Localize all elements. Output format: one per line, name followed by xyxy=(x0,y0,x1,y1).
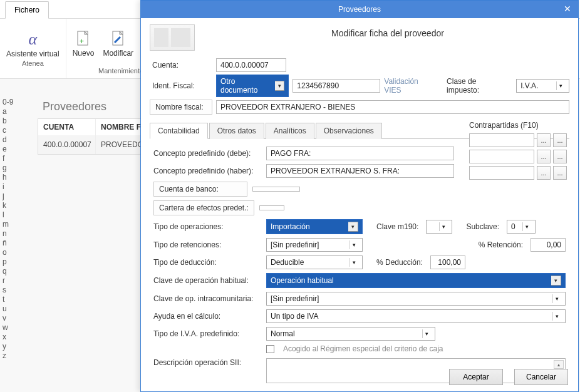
effects-field[interactable] xyxy=(259,205,284,210)
alpha-item[interactable]: 0-9 xyxy=(3,98,18,107)
counterpart-field[interactable] xyxy=(469,150,534,163)
alpha-item[interactable]: f xyxy=(3,154,18,163)
alpha-item[interactable]: g xyxy=(3,163,18,173)
bank-account-field[interactable] xyxy=(252,187,300,192)
op-key-value: Operación habitual xyxy=(271,276,334,285)
svg-text:+: + xyxy=(80,37,84,46)
wizard-label: Asistente virtual xyxy=(6,49,60,58)
alpha-item[interactable]: x xyxy=(3,333,18,342)
browse-button[interactable]: ... xyxy=(553,133,567,147)
bank-account-label: Cuenta de banco: xyxy=(153,182,247,197)
iva-type-label: Tipo de I.V.A. predefinido: xyxy=(153,329,261,338)
chevron-down-icon: ▾ xyxy=(275,81,284,91)
tab-observations[interactable]: Observaciones xyxy=(316,123,382,139)
accept-button[interactable]: Aceptar xyxy=(449,369,503,385)
op-type-label: Tipo de operaciones: xyxy=(153,222,261,231)
intra-key-label: Clave de op. intracomunitaria: xyxy=(153,294,261,303)
new-button[interactable]: + Nuevo xyxy=(73,30,95,58)
alpha-item[interactable]: v xyxy=(3,314,18,323)
alpha-item[interactable]: q xyxy=(3,267,18,276)
chevron-down-icon: ▾ xyxy=(350,240,358,249)
iva-type-value: Normal xyxy=(271,329,295,338)
cash-regime-checkbox[interactable] xyxy=(266,345,274,353)
cancel-button[interactable]: Cancelar xyxy=(514,369,568,385)
browse-button[interactable]: ... xyxy=(553,166,567,180)
ret-pct-label: % Retención: xyxy=(476,238,526,252)
ret-type-select[interactable]: [Sin predefinir]▾ xyxy=(266,238,363,252)
alpha-item[interactable]: w xyxy=(3,323,18,333)
alpha-item[interactable]: e xyxy=(3,145,18,154)
supplier-dialog: Proveedores ✕ Modificar ficha del provee… xyxy=(140,0,579,392)
alpha-item[interactable]: s xyxy=(3,286,18,295)
alpha-item[interactable]: b xyxy=(3,116,18,126)
account-field[interactable]: 400.0.0.00007 xyxy=(216,58,286,72)
tab-other[interactable]: Otros datos xyxy=(209,123,264,139)
concept-credit-field[interactable]: PROVEEDOR EXTRANJERO S. FRA: xyxy=(266,164,454,178)
fiscal-id-type-select[interactable]: Otro documento ▾ xyxy=(216,75,289,97)
alpha-item[interactable]: r xyxy=(3,276,18,286)
alpha-icon: α xyxy=(24,31,41,48)
alpha-item[interactable]: c xyxy=(3,126,18,135)
subkey-select[interactable]: 0▾ xyxy=(507,220,536,234)
tab-accounting[interactable]: Contabilidad xyxy=(150,123,208,139)
browse-button[interactable]: ... xyxy=(537,166,551,180)
concept-debit-field[interactable]: PAGO FRA: xyxy=(266,147,454,160)
chevron-down-icon: ▾ xyxy=(348,222,358,232)
alpha-item[interactable]: y xyxy=(3,342,18,351)
m190-select[interactable]: ▾ xyxy=(426,220,452,234)
intra-key-select[interactable]: [Sin predefinir]▾ xyxy=(266,292,566,306)
alpha-item[interactable]: t xyxy=(3,295,18,304)
alpha-item[interactable]: n xyxy=(3,229,18,239)
subkey-value: 0 xyxy=(511,222,515,231)
alpha-item[interactable]: z xyxy=(3,351,18,361)
chevron-down-icon: ▾ xyxy=(439,222,448,231)
calc-help-select[interactable]: Un tipo de IVA▾ xyxy=(266,309,566,323)
alpha-item[interactable]: l xyxy=(3,210,18,220)
alpha-item[interactable]: h xyxy=(3,173,18,182)
tab-file[interactable]: Fichero xyxy=(5,1,49,19)
browse-button[interactable]: ... xyxy=(553,150,567,163)
tax-class-select[interactable]: I.V.A. ▾ xyxy=(516,79,569,93)
sii-label: Descripción operación SII: xyxy=(153,358,261,367)
op-key-select[interactable]: Operación habitual▾ xyxy=(266,273,566,288)
alpha-item[interactable]: ñ xyxy=(3,239,18,248)
tax-class-label: Clase de impuesto: xyxy=(444,75,512,97)
alpha-item[interactable]: a xyxy=(3,107,18,116)
ded-pct-field[interactable]: 100,00 xyxy=(430,255,465,269)
fiscal-name-field[interactable]: PROVEEDOR EXTRANJERO - BIENES xyxy=(216,100,569,114)
counterpart-field[interactable] xyxy=(469,133,534,147)
iva-type-select[interactable]: Normal▾ xyxy=(266,327,435,341)
alpha-item[interactable]: i xyxy=(3,182,18,192)
dialog-title: Proveedores xyxy=(338,5,381,14)
chevron-down-icon: ▾ xyxy=(422,329,431,338)
col-account[interactable]: CUENTA xyxy=(38,119,96,135)
chevron-down-icon: ▾ xyxy=(551,276,561,286)
op-type-select[interactable]: Importación ▾ xyxy=(266,219,363,234)
alpha-item[interactable]: o xyxy=(3,248,18,257)
alpha-item[interactable]: p xyxy=(3,257,18,267)
vies-link[interactable]: Validación VIES xyxy=(384,77,437,95)
tab-analytics[interactable]: Analíticos xyxy=(266,123,314,139)
alpha-item[interactable]: k xyxy=(3,201,18,210)
dialog-title-bar: Proveedores ✕ xyxy=(141,1,578,18)
browse-button[interactable]: ... xyxy=(537,133,551,147)
modify-button[interactable]: Modificar xyxy=(103,30,133,58)
ded-type-select[interactable]: Deducible▾ xyxy=(266,255,363,269)
scroll-up-icon[interactable]: ▴ xyxy=(554,360,564,369)
alpha-item[interactable]: d xyxy=(3,135,18,145)
tax-class-value: I.V.A. xyxy=(520,81,538,90)
fiscal-id-field[interactable]: 1234567890 xyxy=(293,79,380,93)
browse-button[interactable]: ... xyxy=(537,150,551,163)
alpha-item[interactable]: j xyxy=(3,192,18,201)
ret-type-value: [Sin predefinir] xyxy=(271,240,319,249)
ded-type-label: Tipo de deducción: xyxy=(153,258,261,267)
counterpart-field[interactable] xyxy=(469,166,534,180)
close-icon[interactable]: ✕ xyxy=(562,3,573,14)
alpha-item[interactable]: u xyxy=(3,304,18,314)
wizard-button[interactable]: α Asistente virtual Atenea xyxy=(6,31,60,67)
ret-type-label: Tipo de retenciones: xyxy=(153,240,261,249)
image-placeholder[interactable] xyxy=(150,24,195,51)
ret-pct-field[interactable]: 0,00 xyxy=(531,238,566,252)
calc-help-label: Ayuda en el cálculo: xyxy=(153,312,261,321)
alpha-item[interactable]: m xyxy=(3,220,18,229)
